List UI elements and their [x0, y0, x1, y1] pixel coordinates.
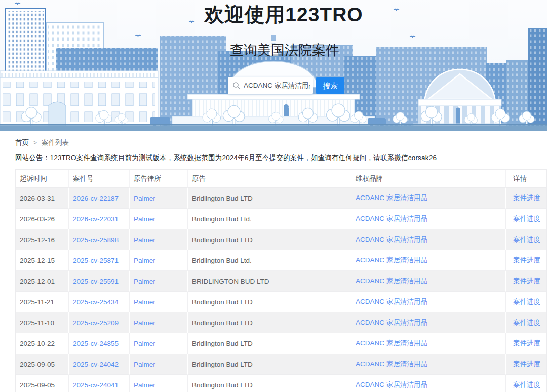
cell-filing-date: 2025-12-01: [16, 271, 69, 292]
brand-link[interactable]: ACDANC 家居清洁用品: [356, 319, 427, 326]
cell-filing-date: 2025-10-22: [16, 333, 69, 354]
col-header-filing-date: 起诉时间: [16, 170, 69, 188]
brand-link[interactable]: ACDANC 家居清洁用品: [356, 298, 427, 305]
case-progress-link[interactable]: 案件进度: [513, 256, 540, 264]
cell-filing-date: 2025-12-16: [16, 229, 69, 250]
brand-link[interactable]: ACDANC 家居清洁用品: [356, 381, 427, 388]
cell-filing-date: 2025-11-10: [16, 312, 69, 333]
cell-filing-date: 2025-12-15: [16, 250, 69, 271]
case-number-link[interactable]: 2025-cv-24042: [73, 361, 119, 368]
case-table: 起诉时间 案件号 原告律所 原告 维权品牌 详情 2026-03-31 2026…: [15, 169, 547, 392]
table-row: 2025-12-15 2025-cv-25871 Palmer Bridling…: [16, 250, 546, 271]
cell-details: 案件进度: [506, 250, 546, 271]
brand-link[interactable]: ACDANC 家居清洁用品: [356, 277, 427, 285]
site-announcement: 网站公告：123TRO案件查询系统目前为测试版本，系统数据范围为2024年6月至…: [15, 153, 547, 163]
case-progress-link[interactable]: 案件进度: [513, 360, 540, 368]
cell-details: 案件进度: [506, 229, 546, 250]
table-row: 2025-12-01 2025-cv-25591 Palmer BRIDLING…: [16, 271, 546, 292]
case-number-link[interactable]: 2025-cv-24855: [73, 340, 119, 347]
brand-link[interactable]: ACDANC 家居清洁用品: [356, 339, 427, 347]
cell-brand: ACDANC 家居清洁用品: [351, 354, 506, 375]
cell-brand: ACDANC 家居清洁用品: [351, 292, 506, 312]
case-number-link[interactable]: 2026-cv-22187: [73, 194, 119, 202]
cell-plaintiff: Bridlington Bud LTD: [188, 312, 351, 333]
cell-details: 案件进度: [506, 271, 546, 292]
brand-link[interactable]: ACDANC 家居清洁用品: [356, 215, 427, 222]
case-progress-link[interactable]: 案件进度: [513, 339, 540, 347]
breadcrumb-separator: >: [33, 139, 37, 146]
cell-law-firm: Palmer: [130, 188, 188, 209]
cell-law-firm: Palmer: [130, 271, 188, 292]
case-number-link[interactable]: 2025-cv-25591: [73, 278, 119, 285]
law-firm-link[interactable]: Palmer: [134, 298, 155, 306]
case-number-link[interactable]: 2025-cv-25871: [73, 257, 119, 264]
case-number-link[interactable]: 2025-cv-25898: [73, 236, 119, 244]
case-number-link[interactable]: 2025-cv-25209: [73, 319, 119, 327]
col-header-case-number: 案件号: [69, 170, 130, 188]
search-icon: [232, 82, 241, 90]
law-firm-link[interactable]: Palmer: [134, 194, 155, 202]
cell-case-number: 2026-cv-22031: [69, 209, 130, 229]
table-row: 2025-09-05 2025-cv-24042 Palmer Bridling…: [16, 354, 546, 375]
search-button[interactable]: 搜索: [316, 77, 344, 94]
cell-case-number: 2025-cv-25209: [69, 312, 130, 333]
case-progress-link[interactable]: 案件进度: [513, 236, 540, 243]
law-firm-link[interactable]: Palmer: [134, 257, 155, 264]
col-header-brand: 维权品牌: [351, 170, 506, 188]
cell-plaintiff: Bridlington Bud Ltd.: [188, 209, 351, 229]
breadcrumb-home-link[interactable]: 首页: [15, 138, 29, 147]
brand-link[interactable]: ACDANC 家居清洁用品: [356, 194, 427, 202]
cell-brand: ACDANC 家居清洁用品: [351, 250, 506, 271]
page-subtitle: 查询美国法院案件: [230, 41, 339, 59]
brand-link[interactable]: ACDANC 家居清洁用品: [356, 236, 427, 243]
law-firm-link[interactable]: Palmer: [134, 215, 155, 223]
table-header-row: 起诉时间 案件号 原告律所 原告 维权品牌 详情: [16, 170, 546, 188]
brand-link[interactable]: ACDANC 家居清洁用品: [356, 256, 427, 264]
case-progress-link[interactable]: 案件进度: [513, 194, 540, 202]
cell-plaintiff: Bridlington Bud LTD: [188, 229, 351, 250]
table-row: 2025-11-10 2025-cv-25209 Palmer Bridling…: [16, 312, 546, 333]
cell-plaintiff: BRIDLINGTON BUD LTD: [188, 271, 351, 292]
breadcrumb-current: 案件列表: [42, 138, 69, 147]
cell-brand: ACDANC 家居清洁用品: [351, 333, 506, 354]
cell-details: 案件进度: [506, 312, 546, 333]
cell-filing-date: 2025-09-05: [16, 354, 69, 375]
law-firm-link[interactable]: Palmer: [134, 319, 155, 327]
cell-case-number: 2025-cv-25434: [69, 292, 130, 312]
cell-case-number: 2025-cv-25591: [69, 271, 130, 292]
case-progress-link[interactable]: 案件进度: [513, 277, 540, 285]
law-firm-link[interactable]: Palmer: [134, 236, 155, 244]
law-firm-link[interactable]: Palmer: [134, 381, 155, 389]
cell-law-firm: Palmer: [130, 229, 188, 250]
cell-case-number: 2025-cv-24855: [69, 333, 130, 354]
table-row: 2025-09-05 2025-cv-24041 Palmer Bridling…: [16, 375, 546, 392]
cell-brand: ACDANC 家居清洁用品: [351, 229, 506, 250]
law-firm-link[interactable]: Palmer: [134, 361, 155, 368]
case-progress-link[interactable]: 案件进度: [513, 381, 540, 388]
cell-details: 案件进度: [506, 354, 546, 375]
cell-plaintiff: Bridlington Bud LTD: [188, 354, 351, 375]
case-progress-link[interactable]: 案件进度: [513, 319, 540, 326]
cell-filing-date: 2026-03-26: [16, 209, 69, 229]
col-header-law-firm: 原告律所: [130, 170, 188, 188]
case-progress-link[interactable]: 案件进度: [513, 215, 540, 222]
table-row: 2025-10-22 2025-cv-24855 Palmer Bridling…: [16, 333, 546, 354]
table-row: 2025-11-21 2025-cv-25434 Palmer Bridling…: [16, 292, 546, 312]
cell-details: 案件进度: [506, 375, 546, 392]
search-input[interactable]: [228, 77, 313, 94]
brand-link[interactable]: ACDANC 家居清洁用品: [356, 360, 427, 368]
cell-brand: ACDANC 家居清洁用品: [351, 375, 506, 392]
case-number-link[interactable]: 2026-cv-22031: [73, 215, 119, 223]
cell-law-firm: Palmer: [130, 375, 188, 392]
cell-details: 案件进度: [506, 292, 546, 312]
law-firm-link[interactable]: Palmer: [134, 340, 155, 347]
law-firm-link[interactable]: Palmer: [134, 278, 155, 285]
case-progress-link[interactable]: 案件进度: [513, 298, 540, 305]
ground-strip: [0, 124, 547, 126]
cell-case-number: 2025-cv-25871: [69, 250, 130, 271]
breadcrumb: 首页 > 案件列表: [15, 138, 547, 147]
case-number-link[interactable]: 2025-cv-24041: [73, 381, 119, 389]
cell-law-firm: Palmer: [130, 292, 188, 312]
cell-plaintiff: Bridlington Bud LTD: [188, 188, 351, 209]
case-number-link[interactable]: 2025-cv-25434: [73, 298, 119, 306]
